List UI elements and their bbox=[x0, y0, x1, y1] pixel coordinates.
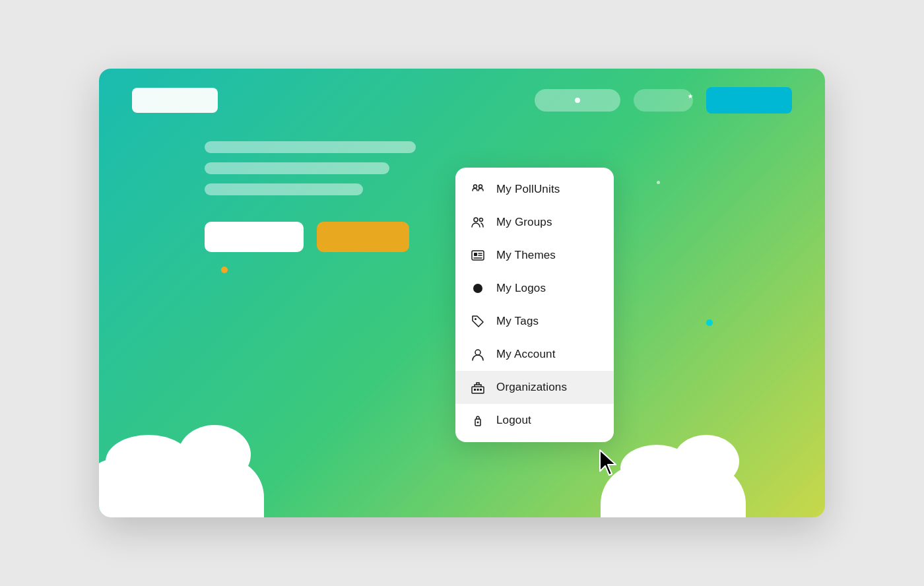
content-line-2 bbox=[205, 162, 389, 174]
action-button-white[interactable] bbox=[205, 222, 304, 252]
dot-orange bbox=[221, 267, 228, 273]
menu-item-themes[interactable]: My Themes bbox=[455, 239, 614, 272]
menu-item-groups[interactable]: My Groups bbox=[455, 206, 614, 239]
menu-item-organizations[interactable]: Organizations bbox=[455, 371, 614, 404]
menu-item-pollunits[interactable]: My PollUnits bbox=[455, 173, 614, 206]
menu-label-tags: My Tags bbox=[496, 315, 539, 328]
menu-label-groups: My Groups bbox=[496, 216, 552, 229]
menu-label-organizations: Organizations bbox=[496, 381, 567, 394]
svg-rect-12 bbox=[477, 389, 479, 391]
menu-label-logos: My Logos bbox=[496, 282, 546, 295]
app-window: My PollUnits My Groups bbox=[99, 69, 825, 517]
logout-icon bbox=[470, 412, 486, 428]
svg-point-0 bbox=[474, 218, 478, 222]
svg-rect-3 bbox=[474, 253, 477, 256]
pollunits-icon bbox=[470, 181, 486, 197]
svg-point-7 bbox=[473, 284, 482, 293]
groups-icon bbox=[470, 214, 486, 230]
menu-label-themes: My Themes bbox=[496, 249, 556, 262]
logos-icon bbox=[470, 280, 486, 296]
nav-pill-primary[interactable] bbox=[535, 89, 620, 112]
content-line-1 bbox=[205, 141, 416, 153]
clouds-decoration bbox=[99, 438, 825, 517]
themes-icon bbox=[470, 247, 486, 263]
account-icon bbox=[470, 346, 486, 362]
menu-item-logos[interactable]: My Logos bbox=[455, 272, 614, 305]
menu-item-logout[interactable]: Logout bbox=[455, 404, 614, 437]
menu-item-tags[interactable]: My Tags bbox=[455, 305, 614, 338]
top-nav bbox=[99, 87, 825, 114]
dropdown-menu: My PollUnits My Groups bbox=[455, 168, 614, 442]
tags-icon bbox=[470, 313, 486, 329]
nav-dot bbox=[575, 98, 580, 103]
menu-label-logout: Logout bbox=[496, 414, 531, 427]
logo bbox=[132, 88, 218, 113]
cloud-left bbox=[99, 458, 264, 517]
svg-point-9 bbox=[475, 350, 480, 355]
organizations-icon bbox=[470, 379, 486, 395]
menu-label-account: My Account bbox=[496, 348, 556, 361]
action-button-yellow[interactable] bbox=[317, 222, 409, 252]
nav-pill-secondary[interactable] bbox=[634, 89, 693, 112]
svg-point-15 bbox=[477, 422, 479, 424]
menu-item-account[interactable]: My Account bbox=[455, 338, 614, 371]
svg-point-1 bbox=[480, 218, 483, 222]
svg-rect-13 bbox=[480, 389, 482, 391]
cta-button[interactable] bbox=[706, 87, 792, 114]
cloud-right bbox=[601, 465, 746, 517]
svg-point-8 bbox=[475, 318, 477, 320]
dot-teal bbox=[706, 319, 713, 326]
content-line-3 bbox=[205, 183, 363, 195]
menu-label-pollunits: My PollUnits bbox=[496, 183, 560, 196]
cursor bbox=[597, 449, 621, 478]
svg-rect-11 bbox=[474, 389, 476, 391]
